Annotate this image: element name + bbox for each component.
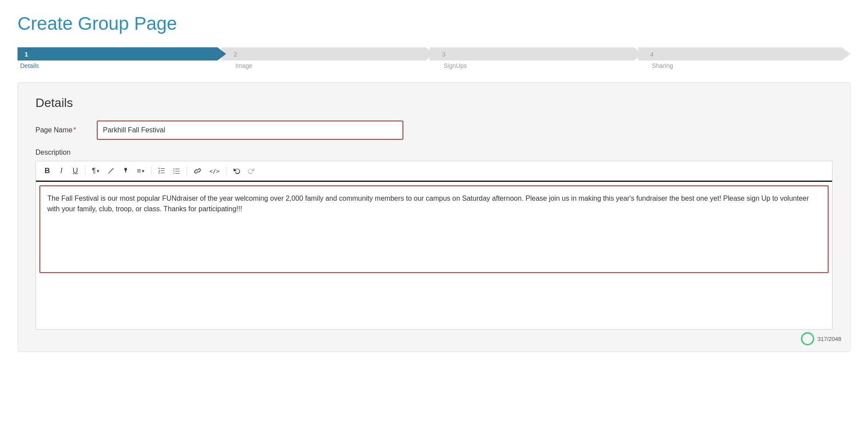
align-button[interactable]: ≡ ▾ bbox=[134, 165, 148, 177]
required-star: * bbox=[74, 126, 76, 134]
italic-button[interactable]: I bbox=[55, 165, 67, 177]
step-3[interactable]: 3 SignUps bbox=[434, 47, 642, 69]
stepper: 1 Details 2 Image 3 SignUps 4 Sharing bbox=[18, 47, 850, 69]
editor-empty-space bbox=[36, 277, 832, 329]
section-title: Details bbox=[35, 96, 833, 110]
page-name-row: Page Name* bbox=[35, 121, 833, 140]
toolbar-divider-3 bbox=[187, 167, 187, 175]
char-count-text: 317/2048 bbox=[818, 336, 841, 342]
undo-icon bbox=[233, 167, 240, 174]
underline-button[interactable]: U bbox=[69, 165, 81, 177]
description-label: Description bbox=[35, 149, 833, 156]
step-2[interactable]: 2 Image bbox=[226, 47, 434, 69]
description-text: The Fall Festival is our most popular FU… bbox=[47, 195, 809, 213]
step-1[interactable]: 1 Details bbox=[18, 47, 226, 69]
step-4-number: 4 bbox=[650, 50, 654, 58]
bold-button[interactable]: B bbox=[41, 165, 53, 177]
ordered-list-icon bbox=[158, 167, 165, 174]
undo-button[interactable] bbox=[230, 165, 243, 177]
rich-text-editor: B I U ¶ ▾ ≡ ▾ bbox=[35, 161, 833, 330]
link-button[interactable] bbox=[191, 165, 205, 177]
code-button[interactable]: </> bbox=[206, 165, 222, 177]
ordered-list-button[interactable] bbox=[155, 165, 168, 177]
unordered-list-button[interactable] bbox=[170, 165, 183, 177]
details-section: Details Page Name* Description B I U ¶ ▾ bbox=[18, 82, 850, 352]
align-icon: ≡ bbox=[137, 167, 141, 175]
step-1-label: Details bbox=[18, 62, 226, 69]
step-3-label: SignUps bbox=[434, 62, 642, 69]
toolbar-divider-1 bbox=[85, 167, 85, 175]
paragraph-dropdown-arrow: ▾ bbox=[97, 168, 99, 174]
toolbar-divider-4 bbox=[226, 167, 226, 175]
step-1-number: 1 bbox=[25, 50, 28, 58]
code-icon: </> bbox=[209, 168, 219, 174]
char-count-circle bbox=[801, 332, 814, 345]
step-2-label: Image bbox=[226, 62, 434, 69]
toolbar-divider-2 bbox=[151, 167, 152, 175]
link-icon bbox=[194, 167, 201, 175]
page-name-label: Page Name* bbox=[35, 126, 97, 134]
step-4-label: Sharing bbox=[642, 62, 851, 69]
editor-content-area[interactable]: The Fall Festival is our most popular FU… bbox=[39, 185, 829, 273]
brush-button[interactable] bbox=[104, 165, 117, 177]
brush-icon bbox=[107, 167, 114, 174]
dropper-button[interactable] bbox=[119, 165, 132, 177]
dropper-icon bbox=[122, 167, 129, 174]
page-title: Create Group Page bbox=[18, 13, 850, 34]
step-2-number: 2 bbox=[234, 50, 237, 58]
unordered-list-icon bbox=[173, 167, 180, 174]
page-name-input[interactable] bbox=[97, 121, 403, 140]
editor-toolbar: B I U ¶ ▾ ≡ ▾ bbox=[36, 161, 832, 182]
redo-icon bbox=[248, 167, 255, 174]
step-4[interactable]: 4 Sharing bbox=[642, 47, 851, 69]
char-count-area: 317/2048 bbox=[801, 332, 841, 345]
paragraph-button[interactable]: ¶ ▾ bbox=[89, 165, 102, 177]
redo-button[interactable] bbox=[245, 165, 258, 177]
step-3-number: 3 bbox=[442, 50, 445, 58]
